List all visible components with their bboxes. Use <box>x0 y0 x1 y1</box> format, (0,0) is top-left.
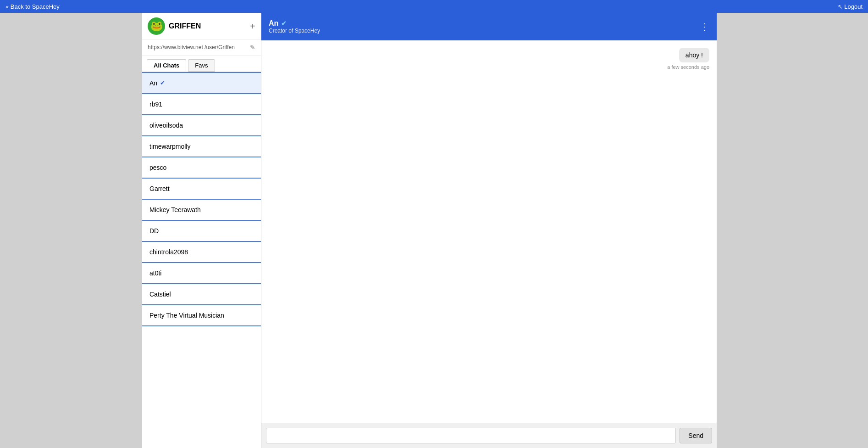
frog-icon: 🐸 <box>150 20 163 32</box>
chat-list-item[interactable]: Mickey Teerawath <box>142 200 261 221</box>
tab-all-chats[interactable]: All Chats <box>147 59 186 72</box>
contact-verified-icon: ✔ <box>281 20 287 27</box>
chat-contact-name: oliveoilsoda <box>149 122 183 129</box>
chat-contact-name: Mickey Teerawath <box>149 206 201 213</box>
tab-favs[interactable]: Favs <box>188 59 215 72</box>
logout-link[interactable]: ↖ Logout <box>838 3 862 10</box>
chat-list-item[interactable]: oliveoilsoda <box>142 115 261 136</box>
chat-contact-name: An <box>149 79 157 87</box>
chat-list-item[interactable]: Perty The Virtual Musician <box>142 305 261 326</box>
right-sidebar-spacer <box>717 13 868 448</box>
contact-name-text: An <box>269 19 278 28</box>
chat-list-item[interactable]: rb91 <box>142 94 261 115</box>
chat-list: An✔rb91oliveoilsodatimewarpmollypescoGar… <box>142 72 261 448</box>
chat-contact-name: rb91 <box>149 101 162 108</box>
add-chat-button[interactable]: + <box>250 21 255 32</box>
chat-list-item[interactable]: DD <box>142 221 261 242</box>
profile-link-row: https://www.bitview.net /user/Griffen ✎ <box>142 40 261 56</box>
back-to-spacehey-link[interactable]: « Back to SpaceHey <box>6 3 60 10</box>
chat-contact-name: at0ti <box>149 269 161 277</box>
username-label: GRIFFEN <box>169 22 246 30</box>
message-bubble: ahoy ! <box>679 48 709 62</box>
topbar: « Back to SpaceHey ↖ Logout <box>0 0 868 13</box>
chat-contact-name: Perty The Virtual Musician <box>149 312 224 319</box>
message-input[interactable] <box>266 428 676 443</box>
chat-list-item[interactable]: timewarpmolly <box>142 136 261 157</box>
chat-list-item[interactable]: Garrett <box>142 179 261 200</box>
chat-list-item[interactable]: Catstiel <box>142 284 261 305</box>
conversation-area: An ✔ Creator of SpaceHey ⋮ ahoy ! a few … <box>261 13 717 448</box>
chat-list-item[interactable]: chintrola2098 <box>142 242 261 263</box>
chat-list-item[interactable]: pesco <box>142 157 261 179</box>
main-layout: 🐸 GRIFFEN + https://www.bitview.net /use… <box>0 13 868 448</box>
conversation-contact-name: An ✔ <box>269 19 320 28</box>
chat-contact-name: DD <box>149 227 159 235</box>
chat-contact-name: pesco <box>149 164 166 171</box>
conversation-menu-button[interactable]: ⋮ <box>700 21 709 32</box>
message-time: a few seconds ago <box>667 64 709 70</box>
edit-icon[interactable]: ✎ <box>250 44 255 51</box>
input-area: Send <box>261 423 717 448</box>
messages-area: ahoy ! a few seconds ago <box>261 40 717 423</box>
chat-list-item[interactable]: An✔ <box>142 72 261 94</box>
profile-link-text: https://www.bitview.net /user/Griffen <box>148 44 235 51</box>
chat-contact-name: Catstiel <box>149 291 171 298</box>
conversation-contact-subtitle: Creator of SpaceHey <box>269 28 320 34</box>
tabs-row: All Chats Favs <box>142 56 261 72</box>
chat-panel: 🐸 GRIFFEN + https://www.bitview.net /use… <box>142 13 261 448</box>
send-button[interactable]: Send <box>680 428 712 443</box>
chat-panel-header: 🐸 GRIFFEN + <box>142 13 261 40</box>
chat-list-item[interactable]: at0ti <box>142 263 261 284</box>
chat-contact-name: timewarpmolly <box>149 143 190 150</box>
avatar: 🐸 <box>148 17 165 35</box>
chat-contact-name: Garrett <box>149 185 170 192</box>
left-sidebar-spacer <box>0 13 142 448</box>
chat-contact-name: chintrola2098 <box>149 248 188 256</box>
verified-icon: ✔ <box>160 79 165 86</box>
conversation-header: An ✔ Creator of SpaceHey ⋮ <box>261 13 717 40</box>
conversation-contact-info: An ✔ Creator of SpaceHey <box>269 19 320 34</box>
